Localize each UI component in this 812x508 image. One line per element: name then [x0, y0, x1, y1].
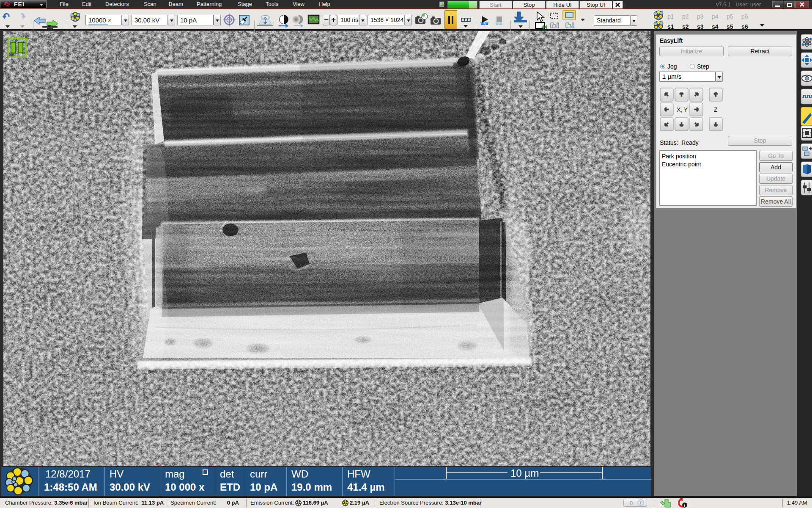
- svg-text:10 µm: 10 µm: [510, 467, 539, 479]
- svg-text:FEI: FEI: [14, 1, 25, 8]
- svg-text:i: i: [640, 500, 641, 505]
- svg-text:X, Y: X, Y: [677, 106, 688, 113]
- svg-text:i: i: [684, 503, 685, 508]
- svg-text:Z: Z: [714, 106, 718, 113]
